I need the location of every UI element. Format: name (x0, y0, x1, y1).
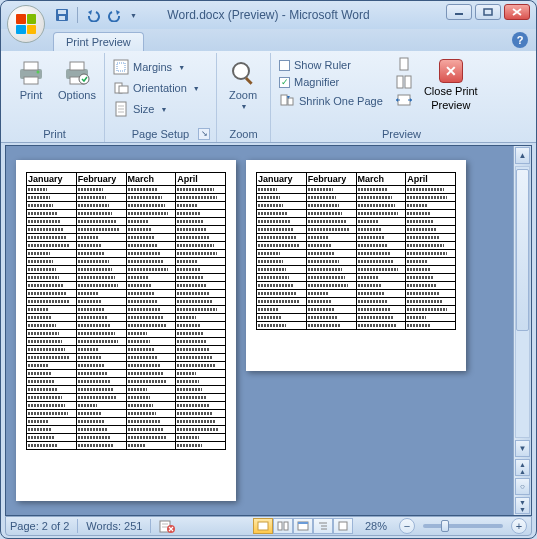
page-setup-dialog-launcher[interactable]: ↘ (198, 128, 210, 140)
svg-rect-24 (405, 76, 411, 88)
svg-rect-33 (339, 522, 347, 530)
orientation-icon (113, 80, 129, 96)
margins-button[interactable]: Margins▼ (109, 57, 204, 77)
orientation-button[interactable]: Orientation▼ (109, 78, 204, 98)
qat-customize-dropdown[interactable]: ▼ (130, 12, 137, 19)
browse-object-button[interactable]: ○ (515, 478, 530, 495)
browse-prev-button[interactable]: ▲▲ (515, 459, 530, 476)
svg-rect-29 (278, 522, 282, 530)
scroll-thumb[interactable] (516, 169, 529, 331)
svg-rect-1 (58, 10, 66, 14)
group-zoom-label: Zoom (221, 127, 266, 142)
status-words[interactable]: Words: 251 (86, 520, 142, 532)
qat-save-button[interactable] (53, 6, 71, 24)
options-label: Options (58, 89, 96, 101)
ribbon-tab-row: Print Preview ? (1, 29, 536, 51)
svg-rect-7 (24, 77, 38, 84)
group-preview-label: Preview (275, 127, 528, 142)
qat-redo-button[interactable] (106, 6, 124, 24)
view-outline-button[interactable] (313, 518, 333, 534)
zoom-button[interactable]: Zoom ▼ (221, 55, 265, 114)
view-draft-button[interactable] (333, 518, 353, 534)
zoom-out-button[interactable]: − (399, 518, 415, 534)
page-width-button[interactable] (395, 93, 413, 109)
close-preview-label-1: Close Print (424, 85, 478, 97)
workspace: JanuaryFebruaryMarchApril JanuaryFebruar… (5, 145, 532, 516)
svg-rect-4 (484, 9, 492, 15)
one-page-button[interactable] (395, 57, 413, 73)
svg-point-12 (79, 74, 89, 84)
vertical-scrollbar[interactable]: ▲ ▼ ▲▲ ○ ▼▼ (513, 146, 531, 515)
page-size-icon (113, 101, 129, 117)
print-layout-icon (257, 521, 269, 531)
svg-rect-32 (298, 522, 308, 524)
svg-rect-22 (400, 58, 408, 70)
svg-rect-19 (245, 77, 253, 85)
chevron-down-icon: ▼ (241, 103, 248, 110)
scroll-track[interactable] (515, 166, 530, 438)
zoom-label: Zoom (229, 89, 257, 101)
maximize-button[interactable] (475, 4, 501, 20)
chevron-down-icon: ▼ (178, 64, 185, 71)
margins-icon (113, 59, 129, 75)
status-separator (77, 519, 78, 533)
two-pages-button[interactable] (395, 75, 413, 91)
quick-access-toolbar: ▼ (53, 6, 137, 24)
document-table-1: JanuaryFebruaryMarchApril (26, 172, 226, 450)
help-icon: ? (517, 34, 524, 46)
page-preview-area[interactable]: JanuaryFebruaryMarchApril JanuaryFebruar… (6, 146, 513, 515)
scroll-up-button[interactable]: ▲ (515, 147, 530, 164)
outline-icon (317, 521, 329, 531)
draft-icon (337, 521, 349, 531)
office-button[interactable] (7, 5, 45, 43)
view-print-layout-button[interactable] (253, 518, 273, 534)
svg-rect-2 (59, 16, 65, 20)
page-2: JanuaryFebruaryMarchApril (246, 160, 466, 371)
view-fullscreen-button[interactable] (273, 518, 293, 534)
close-print-preview-button[interactable]: ✕ Close Print Preview (421, 55, 481, 115)
proofing-icon (159, 519, 175, 533)
svg-rect-23 (397, 76, 403, 88)
magnifier-checkbox[interactable]: ✓ Magnifier (275, 74, 387, 90)
ribbon: Print Options Print Margins▼ Orientation… (1, 51, 536, 143)
size-button[interactable]: Size▼ (109, 99, 204, 119)
svg-point-8 (37, 71, 40, 74)
group-page-setup: Margins▼ Orientation▼ Size▼ Page Setup ↘ (105, 53, 217, 142)
undo-icon (86, 8, 100, 22)
zoom-level[interactable]: 28% (365, 520, 387, 532)
qat-undo-button[interactable] (84, 6, 102, 24)
zoom-in-button[interactable]: + (511, 518, 527, 534)
group-print-label: Print (9, 127, 100, 142)
full-screen-icon (277, 521, 289, 531)
view-web-button[interactable] (293, 518, 313, 534)
svg-rect-20 (281, 95, 287, 105)
close-icon (512, 8, 522, 16)
checkbox-unchecked-icon (279, 60, 290, 71)
help-button[interactable]: ? (512, 32, 528, 48)
svg-rect-28 (258, 522, 268, 530)
page-width-icon (395, 93, 413, 109)
status-page[interactable]: Page: 2 of 2 (10, 520, 69, 532)
maximize-icon (483, 8, 493, 16)
print-label: Print (20, 89, 43, 101)
proofing-button[interactable] (159, 519, 175, 533)
zoom-slider-thumb[interactable] (441, 520, 449, 532)
show-ruler-checkbox[interactable]: Show Ruler (275, 57, 387, 73)
shrink-one-page-button[interactable]: Shrink One Page (275, 91, 387, 111)
svg-rect-6 (24, 62, 38, 70)
shrink-page-icon (279, 93, 295, 109)
minimize-button[interactable] (446, 4, 472, 20)
browse-next-button[interactable]: ▼▼ (515, 497, 530, 514)
one-page-icon (395, 57, 413, 73)
options-button[interactable]: Options (55, 55, 99, 105)
scroll-down-button[interactable]: ▼ (515, 440, 530, 457)
chevron-down-icon: ▼ (160, 106, 167, 113)
svg-rect-13 (114, 60, 128, 74)
print-button[interactable]: Print (9, 55, 53, 105)
window-controls (446, 4, 530, 20)
svg-rect-21 (288, 98, 293, 105)
tab-print-preview[interactable]: Print Preview (53, 32, 144, 51)
close-window-button[interactable] (504, 4, 530, 20)
close-icon: ✕ (439, 59, 463, 83)
zoom-slider[interactable] (423, 524, 503, 528)
